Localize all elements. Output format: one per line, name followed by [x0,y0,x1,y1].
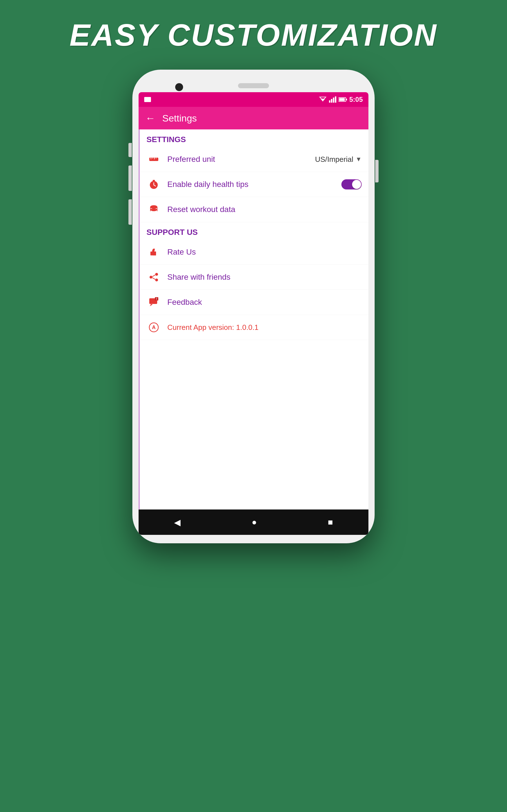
svg-rect-9 [149,158,158,161]
feedback-item[interactable]: ! Feedback [140,290,369,315]
share-friends-item[interactable]: Share with friends [140,265,369,290]
app-bar: ← Settings [138,107,369,130]
share-friends-label: Share with friends [167,273,362,282]
back-button[interactable]: ← [145,112,156,124]
svg-line-26 [152,278,155,280]
nav-recent-button[interactable]: ■ [328,517,333,527]
svg-point-23 [155,278,158,282]
rate-us-item[interactable]: Rate Us [140,240,369,265]
health-tips-item[interactable]: Enable daily health tips [140,172,369,197]
health-tips-label: Enable daily health tips [167,180,335,189]
nav-home-button[interactable]: ● [251,517,257,527]
dropdown-value: US/Imperial [315,155,353,164]
svg-rect-7 [339,98,345,101]
wifi-icon [319,96,327,103]
svg-text:A: A [152,324,156,330]
reset-workout-item[interactable]: Reset workout data [140,197,369,222]
timer-icon [147,177,161,192]
svg-point-24 [150,276,152,278]
phone-shell: 5:05 ← Settings SETTINGS [132,70,375,543]
svg-rect-8 [346,99,347,100]
phone-screen: 5:05 ← Settings SETTINGS [138,92,369,535]
feedback-icon: ! [147,295,161,310]
svg-text:!: ! [156,297,157,301]
svg-line-25 [152,275,155,276]
front-camera [175,83,183,91]
app-version-item: A Current App version: 1.0.0.1 [140,315,369,340]
phone-top [138,81,369,88]
svg-rect-21 [151,252,152,255]
status-bar: 5:05 [138,92,369,107]
volume-up-button [128,165,132,191]
navigation-bar: ◀ ● ■ [138,509,369,535]
toggle-switch[interactable] [341,179,362,190]
health-tips-toggle[interactable] [341,179,362,190]
signal-icon [329,96,336,103]
chevron-down-icon: ▼ [355,156,362,163]
status-left [144,97,151,102]
support-us-section-header: SUPPORT US [140,222,369,240]
status-time: 5:05 [349,96,363,103]
page-title: EASY CUSTOMIZATION [69,17,438,53]
feedback-label: Feedback [167,298,362,307]
database-icon [147,202,161,217]
svg-rect-15 [153,180,155,181]
svg-marker-28 [150,304,153,306]
share-icon [147,270,161,285]
ruler-icon [147,152,161,167]
volume-down-button [128,199,132,225]
sim-icon [144,97,151,102]
svg-rect-5 [335,96,336,103]
preferred-unit-dropdown[interactable]: US/Imperial ▼ [315,155,362,164]
reset-workout-label: Reset workout data [167,205,362,214]
app-version-label: Current App version: 1.0.0.1 [167,323,259,332]
thumbs-up-icon [147,245,161,259]
svg-rect-2 [329,100,330,103]
settings-content: SETTINGS Preferred unit US/Im [138,130,369,509]
svg-rect-4 [333,98,334,103]
svg-point-22 [155,273,158,276]
speaker-grill [238,83,269,88]
battery-icon [339,97,347,102]
volume-silent-button [128,143,132,157]
status-right: 5:05 [319,96,363,103]
svg-rect-3 [331,99,332,103]
app-bar-title: Settings [162,113,197,124]
toggle-thumb [352,180,361,189]
rate-us-label: Rate Us [167,248,362,257]
settings-section-header: SETTINGS [140,130,369,147]
nav-back-button[interactable]: ◀ [174,517,180,527]
preferred-unit-item[interactable]: Preferred unit US/Imperial ▼ [140,147,369,172]
power-button [375,160,379,183]
appstore-icon: A [147,320,161,335]
preferred-unit-label: Preferred unit [167,155,309,164]
